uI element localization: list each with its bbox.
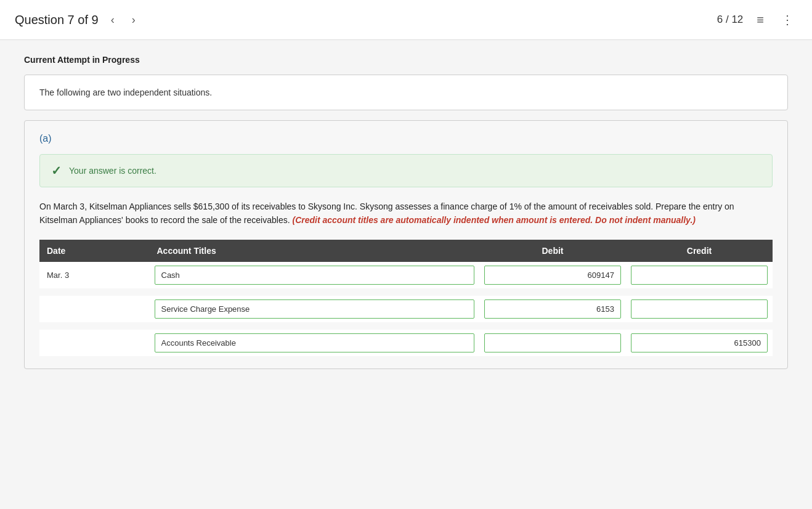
more-icon-button[interactable]: ⋮ bbox=[777, 10, 797, 30]
section-a-label: (a) bbox=[39, 133, 773, 144]
correct-text: Your answer is correct. bbox=[69, 166, 156, 176]
check-icon: ✓ bbox=[51, 163, 62, 178]
intro-text: The following are two independent situat… bbox=[39, 88, 773, 97]
row2-debit-cell bbox=[479, 296, 626, 322]
top-bar-right: 6 / 12 ≡ ⋮ bbox=[717, 10, 797, 30]
row3-credit-input[interactable] bbox=[631, 333, 768, 352]
section-a-card: (a) ✓ Your answer is correct. On March 3… bbox=[24, 120, 788, 369]
row3-debit-cell bbox=[479, 330, 626, 356]
correct-banner: ✓ Your answer is correct. bbox=[39, 154, 773, 187]
row-spacer-2 bbox=[39, 322, 773, 330]
row1-credit-input[interactable] bbox=[631, 266, 768, 285]
table-row: Mar. 3 bbox=[39, 262, 773, 288]
row2-account-cell bbox=[150, 296, 480, 322]
col-header-debit: Debit bbox=[479, 240, 626, 262]
question-body: On March 3, Kitselman Appliances sells $… bbox=[39, 200, 773, 227]
row3-date bbox=[39, 330, 150, 356]
intro-card: The following are two independent situat… bbox=[24, 75, 788, 110]
row1-account-input[interactable] bbox=[155, 266, 475, 285]
row2-credit-cell bbox=[626, 296, 773, 322]
top-bar-left: Question 7 of 9 ‹ › bbox=[15, 11, 140, 29]
row2-credit-input[interactable] bbox=[631, 299, 768, 319]
table-header-row: Date Account Titles Debit Credit bbox=[39, 240, 773, 262]
question-label: Question 7 of 9 bbox=[15, 13, 99, 27]
table-row bbox=[39, 296, 773, 322]
col-header-date: Date bbox=[39, 240, 150, 262]
attempt-label: Current Attempt in Progress bbox=[24, 55, 788, 65]
top-bar: Question 7 of 9 ‹ › 6 / 12 ≡ ⋮ bbox=[0, 0, 812, 40]
row3-account-input[interactable] bbox=[155, 333, 475, 352]
main-content: Current Attempt in Progress The followin… bbox=[12, 40, 800, 394]
journal-table: Date Account Titles Debit Credit bbox=[39, 240, 773, 356]
prev-button[interactable]: ‹ bbox=[106, 11, 120, 29]
row1-date: Mar. 3 bbox=[39, 262, 150, 288]
row1-credit-cell bbox=[626, 262, 773, 288]
row2-date bbox=[39, 296, 150, 322]
row3-debit-input[interactable] bbox=[484, 333, 621, 352]
next-button[interactable]: › bbox=[127, 11, 140, 29]
row2-account-input[interactable] bbox=[155, 299, 475, 319]
row-spacer-1 bbox=[39, 288, 773, 296]
progress-label: 6 / 12 bbox=[717, 14, 744, 26]
col-header-account: Account Titles bbox=[150, 240, 480, 262]
list-icon-button[interactable]: ≡ bbox=[753, 10, 768, 30]
question-text-red: (Credit account titles are automatically… bbox=[292, 215, 695, 225]
col-header-credit: Credit bbox=[626, 240, 773, 262]
row1-account-cell bbox=[150, 262, 480, 288]
row1-debit-input[interactable] bbox=[484, 266, 621, 285]
table-row bbox=[39, 330, 773, 356]
row3-account-cell bbox=[150, 330, 480, 356]
row3-credit-cell bbox=[626, 330, 773, 356]
row1-debit-cell bbox=[479, 262, 626, 288]
row2-debit-input[interactable] bbox=[484, 299, 621, 319]
